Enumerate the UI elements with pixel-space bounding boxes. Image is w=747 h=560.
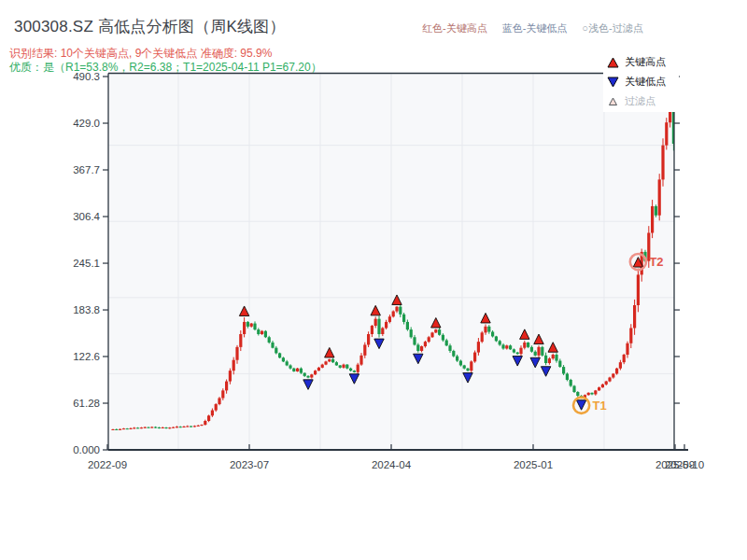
candle-up [395,307,398,312]
candle-up [162,427,164,428]
candle-up [296,369,299,371]
candle-up [243,322,246,334]
candle-down [555,355,557,361]
light-triangle-icon [607,97,619,106]
quality-summary-text: 优质：是（R1=53.8%，R2=6.38；T1=2025-04-11 P1=6… [9,60,322,76]
candle-down [335,362,338,365]
candle-down [331,359,334,362]
legend-item-label: 关键高点 [625,55,666,69]
candle-down [353,371,356,372]
candle-up [651,206,654,233]
y-axis-tick-label: 0.000 [73,444,100,455]
candle-up [328,359,331,361]
candle-down [576,392,579,396]
candle-up [665,122,668,145]
candle-down [289,365,291,368]
legend-filter-label: ○浅色-过滤点 [582,21,642,35]
candle-up [637,274,640,305]
candle-down [438,329,441,335]
candle-up [434,329,437,332]
y-axis-tick-label: 306.4 [73,211,100,222]
candle-up [215,404,218,411]
candle-down [655,206,657,216]
candle-down [345,365,348,369]
candle-up [374,319,377,326]
candle-up [317,368,320,371]
candle-up [658,179,661,215]
candle-up [523,343,526,348]
candle-up [552,355,555,358]
chart-marker-legend: 关键高点 关键低点 过滤点 [603,52,679,112]
candle-up [207,415,210,421]
candle-up [619,362,622,369]
candle-up [342,365,345,368]
candle-down [406,322,409,329]
candle-up [229,371,232,381]
candle-down [491,332,494,337]
y-axis-tick-label: 183.8 [73,304,100,315]
candle-down [349,369,352,371]
candle-up [119,429,121,430]
candle-down [158,427,161,428]
candle-down [300,369,303,373]
candle-down [147,427,149,428]
candle-up [250,324,253,327]
candle-up [140,427,143,428]
candle-up [204,421,206,425]
candle-up [324,361,327,364]
candle-down [448,345,451,351]
candle-up [428,337,430,342]
candle-up [633,305,636,328]
candle-down [676,144,679,149]
candle-up [357,365,359,372]
candle-down [495,336,498,341]
candle-down [442,335,444,341]
candle-up [505,345,508,348]
candle-up [321,365,324,368]
y-axis-tick-label: 61.28 [73,398,100,409]
candle-down [275,348,277,354]
candle-up [239,334,242,347]
candle-down [377,319,380,334]
legend-item-label: 过滤点 [625,94,655,108]
x-axis-tick-label: 2022-09 [88,459,127,470]
candle-down [286,361,289,365]
t2-label: T2 [649,255,663,269]
candle-down [413,337,416,344]
candle-up [430,332,433,337]
candle-up [385,322,388,329]
x-axis-tick-label: 2023-07 [230,459,269,470]
y-axis-tick-label: 367.7 [73,164,100,175]
candle-up [233,360,235,371]
candle-up [193,426,196,427]
candle-up [150,427,153,428]
candle-down [271,343,274,348]
candle-down [570,380,572,386]
candle-down [247,322,249,327]
x-axis-tick-label: 2025-01 [514,459,553,470]
candle-up [477,342,480,352]
candle-up [359,356,362,365]
candle-up [197,426,200,427]
candle-down [466,369,469,371]
candle-down [402,315,405,322]
candle-down [253,324,256,330]
candle-down [566,373,569,380]
candle-down [541,347,543,356]
down-triangle-icon [607,77,619,88]
candle-down [501,344,504,348]
page-title: 300308.SZ 高低点分析图（周K线图） [14,16,286,37]
candle-up [420,346,423,351]
candle-down [590,393,593,395]
candle-down [499,341,501,344]
candle-down [282,357,285,361]
candle-up [601,385,604,387]
t1-label: T1 [593,399,607,413]
candle-up [133,427,135,428]
candle-up [626,343,628,355]
candle-down [530,347,533,352]
candle-up [225,382,228,391]
candle-up [211,411,214,416]
candle-up [129,428,132,429]
candle-down [190,427,192,427]
